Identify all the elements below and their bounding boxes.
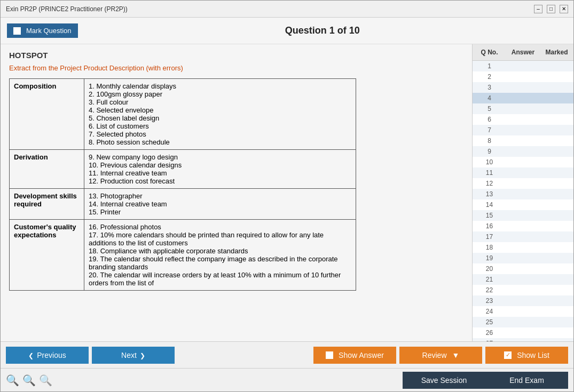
sidebar-cell-num: 16 [473,221,506,231]
previous-button[interactable]: Previous [6,347,89,364]
sidebar-question-list[interactable]: 1234567891011121314151617181920212223242… [473,61,573,341]
end-exam-button[interactable]: End Exam [485,372,568,389]
sidebar-cell-marked [540,236,573,238]
sidebar-cell-marked [540,65,573,67]
sidebar-cell-num: 10 [473,157,506,167]
sidebar-row[interactable]: 1 [473,61,573,71]
sidebar-cell-marked [540,97,573,99]
sidebar-cell-answer [506,65,540,67]
sidebar-row[interactable]: 15 [473,210,573,221]
sidebar-cell-num: 18 [473,243,506,252]
end-exam-label: End Exam [509,376,544,385]
items-cell: 1. Monthly calendar displays 2. 100gsm g… [84,79,356,150]
save-session-label: Save Session [421,376,467,385]
question-type-label: HOTSPOT [9,51,463,60]
show-list-button[interactable]: Show List [485,347,568,364]
sidebar-cell-num: 5 [473,104,506,114]
main-content: HOTSPOT Extract from the Project Product… [1,44,573,341]
sidebar-row[interactable]: 5 [473,103,573,114]
show-answer-button[interactable]: Show Answer [313,347,396,364]
sidebar-row[interactable]: 13 [473,189,573,199]
sidebar-cell-num: 19 [473,253,506,263]
show-answer-checkbox-icon [326,351,333,359]
sidebar-cell-marked [540,140,573,142]
sidebar-cell-marked [540,108,573,110]
sidebar-cell-marked [540,129,573,131]
sidebar-cell-num: 3 [473,83,506,92]
sidebar-row[interactable]: 6 [473,114,573,125]
sidebar-header-qno: Q No. [473,46,506,58]
sidebar-row[interactable]: 26 [473,327,573,338]
sidebar-cell-answer [506,204,540,206]
footer-bar: 🔍 🔍 🔍 Save Session End Exam [1,368,573,391]
review-button[interactable]: Review ▼ [399,347,482,364]
sidebar-cell-marked [540,182,573,185]
sidebar-row[interactable]: 17 [473,231,573,242]
sidebar-row[interactable]: 7 [473,125,573,135]
sidebar-row[interactable]: 16 [473,221,573,231]
sidebar-row[interactable]: 10 [473,157,573,167]
sidebar-cell-answer [506,300,540,302]
sidebar-cell-num: 26 [473,328,506,338]
sidebar-row[interactable]: 19 [473,253,573,263]
toolbar: Mark Question Question 1 of 10 [1,18,573,44]
sidebar-cell-num: 2 [473,72,506,82]
sidebar-row[interactable]: 25 [473,317,573,327]
sidebar-cell-answer [506,246,540,249]
sidebar-row[interactable]: 2 [473,71,573,82]
sidebar-cell-num: 24 [473,307,506,316]
sidebar-cell-answer [506,140,540,142]
sidebar-cell-answer [506,289,540,291]
sidebar-row[interactable]: 3 [473,82,573,93]
sidebar-cell-answer [506,182,540,185]
minimize-button[interactable]: – [534,5,542,13]
sidebar-cell-num: 22 [473,285,506,295]
sidebar-cell-marked [540,289,573,291]
sidebar-cell-marked [540,193,573,195]
close-button[interactable]: ✕ [560,5,568,13]
sidebar-cell-num: 12 [473,179,506,188]
sidebar-cell-answer [506,150,540,153]
sidebar-cell-marked [540,214,573,217]
mark-question-label: Mark Question [26,27,72,35]
sidebar-row[interactable]: 22 [473,285,573,295]
window-controls: – □ ✕ [534,5,568,13]
extract-label: Extract from the Project Product Descrip… [9,64,463,72]
save-session-button[interactable]: Save Session [403,372,485,389]
table-row: Development skills required 13. Photogra… [10,189,356,220]
review-label: Review [422,351,447,359]
sidebar-cell-marked [540,257,573,259]
zoom-normal-button[interactable]: 🔍 [22,374,36,387]
zoom-controls: 🔍 🔍 🔍 [6,374,52,387]
sidebar-cell-num: 13 [473,189,506,199]
sidebar-cell-num: 1 [473,61,506,71]
sidebar-cell-marked [540,321,573,323]
next-button[interactable]: Next [92,347,175,364]
sidebar-row[interactable]: 21 [473,274,573,285]
sidebar-cell-marked [540,150,573,153]
next-label: Next [121,351,137,359]
sidebar-row[interactable]: 8 [473,135,573,146]
sidebar-row[interactable]: 14 [473,199,573,210]
sidebar-row[interactable]: 20 [473,263,573,274]
zoom-in-button[interactable]: 🔍 [6,374,19,387]
sidebar-row[interactable]: 24 [473,306,573,317]
sidebar-row[interactable]: 11 [473,167,573,178]
sidebar-row[interactable]: 4 [473,93,573,103]
sidebar-cell-answer [506,310,540,313]
sidebar-row[interactable]: 18 [473,242,573,253]
mark-question-button[interactable]: Mark Question [7,23,78,38]
sidebar-cell-answer [506,108,540,110]
sidebar-cell-answer [506,225,540,227]
category-cell: Derivation [10,150,84,189]
sidebar-row[interactable]: 9 [473,146,573,157]
sidebar-row[interactable]: 23 [473,295,573,306]
zoom-out-button[interactable]: 🔍 [39,374,52,387]
sidebar-cell-answer [506,332,540,334]
sidebar-cell-num: 25 [473,317,506,327]
sidebar-header-answer: Answer [506,46,540,58]
sidebar-cell-marked [540,310,573,313]
maximize-button[interactable]: □ [547,5,555,13]
sidebar-row[interactable]: 12 [473,178,573,189]
sidebar-cell-marked [540,268,573,270]
